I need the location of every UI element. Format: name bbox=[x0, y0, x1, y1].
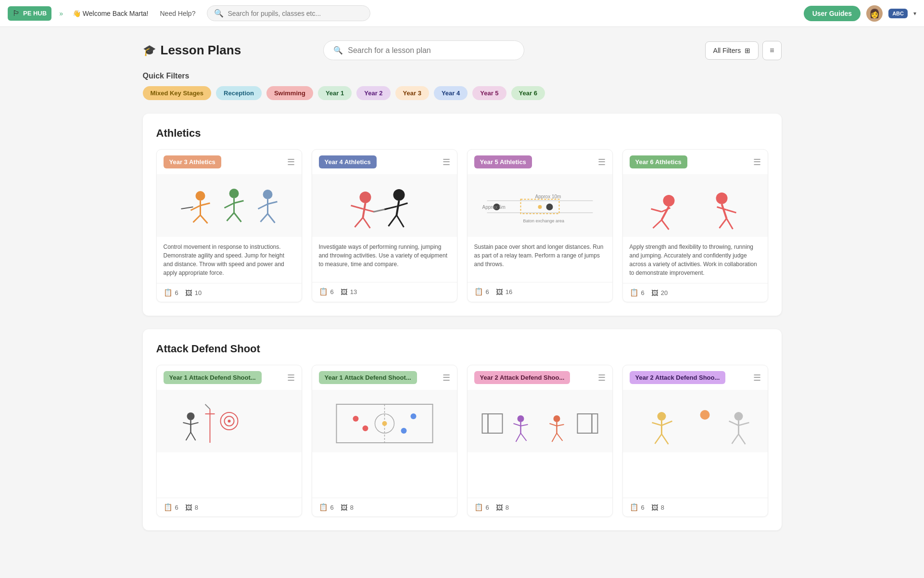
lesson-card-year1-ads-1[interactable]: Year 1 Attack Defend Shoot... ☰ bbox=[156, 365, 302, 517]
card-menu-icon[interactable]: ☰ bbox=[287, 372, 295, 383]
card-header: Year 1 Attack Defend Shoot... ☰ bbox=[312, 365, 457, 390]
svg-line-51 bbox=[719, 218, 726, 228]
lesson-search-input[interactable] bbox=[348, 46, 514, 55]
card-image: Approx 5m Approx 10m Baton exchange area bbox=[468, 174, 612, 237]
svg-point-40 bbox=[538, 205, 542, 209]
filter-chip-swimming[interactable]: Swimming bbox=[266, 86, 313, 100]
section-title-attack-defend: Attack Defend Shoot bbox=[156, 343, 768, 355]
lesson-card-year2-ads-2[interactable]: Year 2 Attack Defend Shoo... ☰ bbox=[622, 365, 768, 517]
svg-line-82 bbox=[520, 433, 526, 441]
navigation: 🏳 PE HUB » 👋 Welcome Back Marta! Need He… bbox=[0, 0, 924, 27]
card-body bbox=[157, 452, 302, 498]
page-title: Lesson Plans bbox=[161, 43, 241, 58]
section-attack-defend: Attack Defend Shoot Year 1 Attack Defend… bbox=[143, 329, 782, 530]
quick-filters-section: Quick Filters Mixed Key StagesReceptionS… bbox=[143, 72, 782, 100]
svg-point-68 bbox=[353, 416, 358, 422]
svg-line-11 bbox=[227, 213, 234, 221]
lesson-card-year3-athletics[interactable]: Year 3 Athletics ☰ bbox=[156, 149, 302, 302]
school-badge: ABC bbox=[888, 9, 908, 18]
search-input[interactable] bbox=[228, 10, 363, 17]
svg-text:Approx 5m: Approx 5m bbox=[482, 205, 505, 210]
card-menu-icon[interactable]: ☰ bbox=[598, 157, 606, 167]
card-body bbox=[468, 452, 612, 498]
svg-line-63 bbox=[186, 432, 190, 440]
svg-line-27 bbox=[396, 201, 399, 215]
lesson-plans-icon: 🎓 bbox=[143, 44, 156, 57]
svg-line-17 bbox=[260, 214, 267, 222]
svg-point-69 bbox=[362, 425, 368, 431]
card-body: Apply strength and flexibility to throwi… bbox=[623, 237, 768, 283]
card-body: Sustain pace over short and longer dista… bbox=[468, 237, 612, 282]
card-menu-icon[interactable]: ☰ bbox=[598, 372, 606, 383]
svg-point-89 bbox=[657, 412, 666, 421]
svg-point-71 bbox=[401, 428, 406, 434]
filter-chip-year1[interactable]: Year 1 bbox=[318, 86, 352, 100]
cards-grid-attack-defend: Year 1 Attack Defend Shoot... ☰ bbox=[156, 365, 768, 517]
svg-line-16 bbox=[267, 202, 277, 204]
global-search[interactable]: 🔍 bbox=[207, 5, 370, 21]
card-menu-icon[interactable]: ☰ bbox=[753, 372, 761, 383]
svg-point-19 bbox=[359, 192, 371, 203]
sort-button[interactable]: ≡ bbox=[762, 41, 781, 60]
lesson-card-year4-athletics[interactable]: Year 4 Athletics ☰ Investigate ways o bbox=[312, 149, 457, 302]
svg-line-55 bbox=[205, 404, 210, 409]
user-guides-button[interactable]: User Guides bbox=[804, 6, 861, 21]
card-lessons-stat: 📋 6 bbox=[474, 503, 489, 512]
quick-filters-list: Mixed Key StagesReceptionSwimmingYear 1Y… bbox=[143, 86, 782, 100]
svg-point-13 bbox=[263, 190, 272, 199]
nav-expand-icon[interactable]: » bbox=[59, 10, 63, 17]
filter-chip-reception[interactable]: Reception bbox=[216, 86, 262, 100]
filter-chip-year4[interactable]: Year 4 bbox=[434, 86, 468, 100]
page-title-area: 🎓 Lesson Plans bbox=[143, 43, 324, 58]
card-footer: 📋 6 🖼 8 bbox=[623, 498, 768, 516]
svg-line-87 bbox=[552, 433, 557, 442]
lesson-card-year1-ads-2[interactable]: Year 1 Attack Defend Shoot... ☰ bbox=[312, 365, 457, 517]
svg-line-45 bbox=[653, 220, 661, 228]
card-menu-icon[interactable]: ☰ bbox=[287, 157, 295, 167]
lessons-count: 6 bbox=[486, 504, 489, 511]
lessons-count: 6 bbox=[641, 289, 645, 296]
avatar[interactable]: 👩 bbox=[866, 5, 883, 22]
card-menu-icon[interactable]: ☰ bbox=[753, 157, 761, 167]
card-header: Year 2 Attack Defend Shoo... ☰ bbox=[623, 365, 768, 390]
all-filters-button[interactable]: All Filters ⊞ bbox=[705, 41, 759, 60]
lesson-card-year6-athletics[interactable]: Year 6 Athletics ☰ Apply strength and fl… bbox=[622, 149, 768, 302]
svg-point-47 bbox=[716, 193, 727, 204]
card-header: Year 3 Athletics ☰ bbox=[157, 150, 302, 174]
card-image bbox=[623, 390, 768, 452]
svg-text:Baton exchange area: Baton exchange area bbox=[523, 218, 564, 223]
filter-chip-mixed[interactable]: Mixed Key Stages bbox=[143, 86, 212, 100]
svg-line-46 bbox=[661, 220, 669, 230]
user-dropdown-icon[interactable]: ▾ bbox=[913, 10, 916, 17]
filter-chip-year5[interactable]: Year 5 bbox=[472, 86, 506, 100]
filter-chip-year2[interactable]: Year 2 bbox=[356, 86, 390, 100]
lessons-icon: 📋 bbox=[630, 503, 639, 512]
card-label: Year 1 Attack Defend Shoot... bbox=[164, 371, 262, 384]
lesson-card-year2-ads-1[interactable]: Year 2 Attack Defend Shoo... ☰ bbox=[467, 365, 613, 517]
filter-chip-year6[interactable]: Year 6 bbox=[511, 86, 545, 100]
lesson-search-bar[interactable]: 🔍 bbox=[323, 40, 524, 60]
help-link[interactable]: Need Help? bbox=[160, 10, 195, 17]
logo[interactable]: 🏳 PE HUB bbox=[8, 6, 51, 21]
lesson-card-year5-athletics[interactable]: Year 5 Athletics ☰ Approx 5m Approx 10m … bbox=[467, 149, 613, 302]
svg-line-52 bbox=[726, 218, 733, 229]
svg-line-85 bbox=[549, 424, 557, 426]
card-description: Apply strength and flexibility to throwi… bbox=[630, 243, 761, 277]
svg-line-48 bbox=[721, 204, 726, 218]
search-icon: 🔍 bbox=[214, 9, 224, 18]
svg-point-0 bbox=[195, 191, 205, 201]
card-lessons-stat: 📋 6 bbox=[319, 287, 334, 296]
filter-chip-year3[interactable]: Year 3 bbox=[395, 86, 429, 100]
card-description bbox=[319, 458, 450, 492]
card-footer: 📋 6 🖼 8 bbox=[312, 498, 457, 516]
svg-line-10 bbox=[234, 201, 243, 203]
card-footer: 📋 6 🖼 8 bbox=[468, 498, 612, 516]
main-content: 🎓 Lesson Plans 🔍 All Filters ⊞ ≡ Quick F… bbox=[126, 27, 799, 557]
card-menu-icon[interactable]: ☰ bbox=[443, 157, 450, 167]
svg-line-99 bbox=[738, 423, 749, 425]
card-image bbox=[157, 174, 302, 237]
card-menu-icon[interactable]: ☰ bbox=[443, 372, 450, 383]
section-title-athletics: Athletics bbox=[156, 127, 768, 140]
card-label: Year 2 Attack Defend Shoo... bbox=[630, 371, 726, 384]
images-icon: 🖼 bbox=[341, 288, 348, 296]
